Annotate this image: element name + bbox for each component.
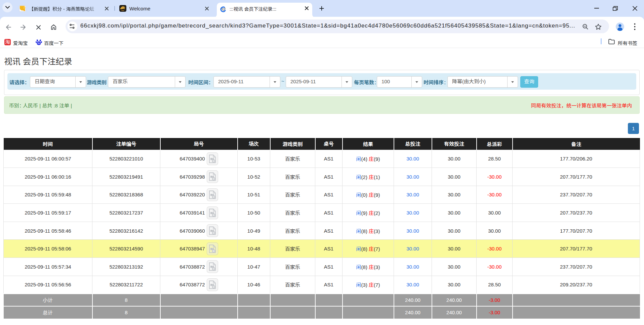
svg-text:du: du (38, 42, 40, 44)
